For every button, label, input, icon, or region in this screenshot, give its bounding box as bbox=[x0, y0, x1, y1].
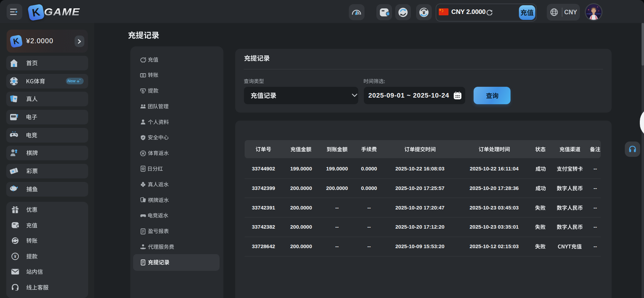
svg-text:$: $ bbox=[143, 168, 144, 170]
svg-text:¥: ¥ bbox=[14, 254, 16, 259]
svg-text:¥: ¥ bbox=[423, 10, 426, 15]
svg-text:777: 777 bbox=[12, 115, 15, 117]
